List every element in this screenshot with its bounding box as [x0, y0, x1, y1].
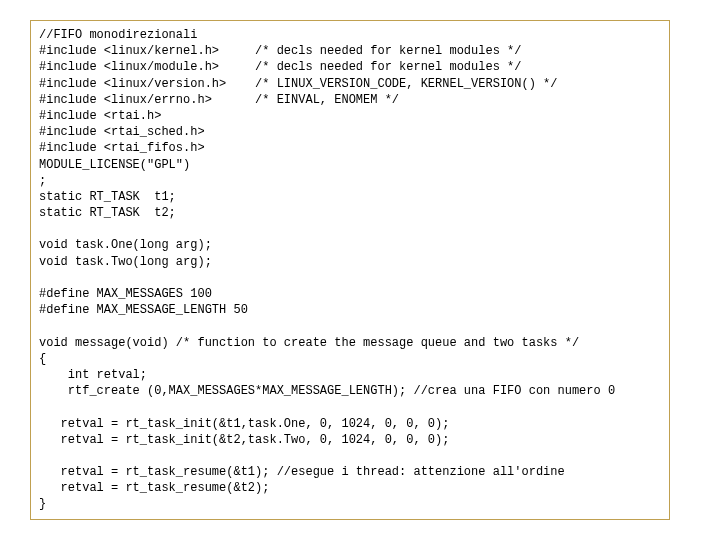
code-line: #include <rtai.h>: [39, 109, 161, 123]
code-line: retval = rt_task_init(&t2,task.Two, 0, 1…: [39, 433, 449, 447]
code-line: void message(void) /* function to create…: [39, 336, 579, 350]
code-line: retval = rt_task_resume(&t2);: [39, 481, 269, 495]
code-line: }: [39, 497, 46, 511]
code-line: retval = rt_task_init(&t1,task.One, 0, 1…: [39, 417, 449, 431]
code-line: #include <rtai_fifos.h>: [39, 141, 205, 155]
code-line: #include <linux/module.h> /* decls neede…: [39, 60, 521, 74]
code-line: {: [39, 352, 46, 366]
code-line: int retval;: [39, 368, 147, 382]
code-line: #define MAX_MESSAGE_LENGTH 50: [39, 303, 248, 317]
code-line: #include <linux/kernel.h> /* decls neede…: [39, 44, 521, 58]
code-line: retval = rt_task_resume(&t1); //esegue i…: [39, 465, 565, 479]
code-block: //FIFO monodirezionali #include <linux/k…: [39, 27, 661, 513]
code-line: #define MAX_MESSAGES 100: [39, 287, 212, 301]
code-line: #include <linux/errno.h> /* EINVAL, ENOM…: [39, 93, 399, 107]
code-line: #include <linux/version.h> /* LINUX_VERS…: [39, 77, 557, 91]
code-line: MODULE_LICENSE("GPL"): [39, 158, 190, 172]
code-line: //FIFO monodirezionali: [39, 28, 197, 42]
code-line: rtf_create (0,MAX_MESSAGES*MAX_MESSAGE_L…: [39, 384, 615, 398]
code-frame: //FIFO monodirezionali #include <linux/k…: [30, 20, 670, 520]
code-line: ;: [39, 174, 46, 188]
code-line: void task.One(long arg);: [39, 238, 212, 252]
code-line: static RT_TASK t1;: [39, 190, 176, 204]
code-line: static RT_TASK t2;: [39, 206, 176, 220]
code-line: #include <rtai_sched.h>: [39, 125, 205, 139]
code-line: void task.Two(long arg);: [39, 255, 212, 269]
